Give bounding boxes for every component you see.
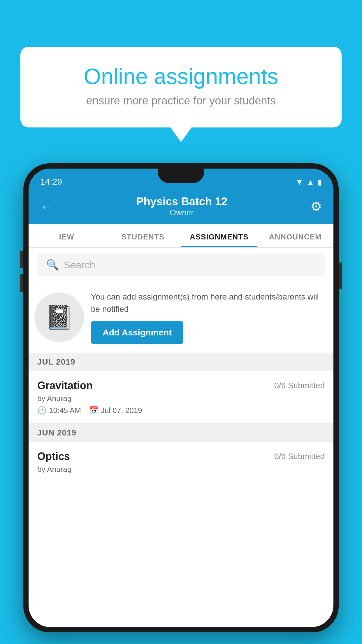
section-month-jun: JUN 2019 — [37, 428, 76, 437]
back-button[interactable]: ← — [40, 199, 53, 214]
battery-icon: ▮ — [318, 178, 322, 187]
volume-up-button — [20, 251, 23, 268]
volume-down-button — [20, 274, 23, 292]
tab-overview[interactable]: IEW — [29, 224, 105, 247]
tab-assignments[interactable]: ASSIGNMENTS — [181, 224, 257, 247]
assignment-header-row-optics: Optics 0/6 Submitted — [37, 450, 325, 463]
header-title: Physics Batch 12 — [53, 195, 310, 208]
section-month-jul: JUL 2019 — [37, 357, 75, 366]
search-bar[interactable]: 🔍 Search — [37, 253, 325, 276]
assignment-submitted-gravitation: 0/6 Submitted — [274, 381, 325, 390]
speech-bubble-container: Online assignments ensure more practice … — [20, 47, 342, 127]
status-icons: ▼ ▲ ▮ — [296, 178, 322, 187]
assignment-time-gravitation: 🕐 10:45 AM — [37, 406, 81, 415]
settings-icon[interactable]: ⚙ — [310, 199, 322, 214]
search-container: 🔍 Search — [29, 248, 333, 282]
wifi-icon: ▼ — [296, 178, 303, 187]
assignment-submitted-optics: 0/6 Submitted — [274, 452, 325, 461]
signal-icon: ▲ — [307, 178, 314, 187]
promo-icon-circle: 📓 — [34, 293, 84, 342]
status-time: 14:29 — [40, 177, 62, 187]
app-header: ← Physics Batch 12 Owner ⚙ — [29, 190, 333, 224]
search-icon: 🔍 — [46, 259, 59, 271]
promo-description: You can add assignment(s) from here and … — [91, 291, 325, 315]
power-button — [339, 262, 342, 289]
speech-bubble-title: Online assignments — [41, 64, 321, 89]
promo-content: You can add assignment(s) from here and … — [91, 291, 325, 344]
assignment-author-gravitation: by Anurag — [37, 394, 325, 403]
tab-students[interactable]: STUDENTS — [105, 224, 181, 247]
assignment-header-row: Gravitation 0/6 Submitted — [37, 379, 325, 392]
clock-icon: 🕐 — [37, 406, 47, 415]
calendar-icon: 📅 — [89, 406, 99, 415]
phone-frame: 14:29 ▼ ▲ ▮ ← Physics Batch 12 Owner ⚙ I… — [23, 163, 339, 632]
assignment-item-optics[interactable]: Optics 0/6 Submitted by Anurag — [29, 442, 333, 485]
assignment-name-gravitation: Gravitation — [37, 379, 93, 392]
assignment-author-optics: by Anurag — [37, 465, 325, 474]
notebook-icon: 📓 — [45, 304, 74, 331]
add-assignment-button[interactable]: Add Assignment — [91, 321, 183, 344]
speech-bubble: Online assignments ensure more practice … — [20, 47, 342, 127]
header-subtitle: Owner — [53, 208, 310, 217]
speech-bubble-subtitle: ensure more practice for your students — [41, 94, 321, 107]
header-title-group: Physics Batch 12 Owner — [53, 195, 310, 217]
section-header-jun: JUN 2019 — [29, 424, 333, 442]
phone-screen: 14:29 ▼ ▲ ▮ ← Physics Batch 12 Owner ⚙ I… — [29, 169, 333, 627]
assignment-item-gravitation[interactable]: Gravitation 0/6 Submitted by Anurag 🕐 10… — [29, 371, 333, 424]
tabs-container: IEW STUDENTS ASSIGNMENTS ANNOUNCEM — [29, 224, 333, 248]
section-header-jul: JUL 2019 — [29, 353, 333, 371]
assignment-name-optics: Optics — [37, 450, 70, 463]
assignment-meta-gravitation: 🕐 10:45 AM 📅 Jul 07, 2019 — [37, 406, 325, 415]
search-input[interactable]: Search — [64, 259, 95, 271]
promo-section: 📓 You can add assignment(s) from here an… — [29, 282, 333, 353]
assignment-date-gravitation: 📅 Jul 07, 2019 — [89, 406, 142, 415]
tab-announcements[interactable]: ANNOUNCEM — [257, 224, 334, 247]
phone-notch — [158, 169, 204, 183]
